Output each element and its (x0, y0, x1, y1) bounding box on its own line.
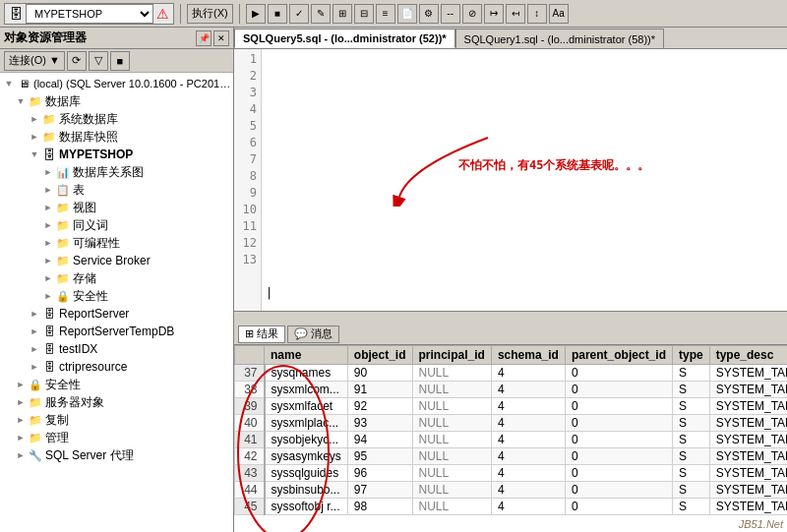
grid-icon[interactable]: ⊟ (354, 4, 374, 24)
expand-icon[interactable]: ► (14, 378, 28, 391)
replication-icon: 📁 (28, 412, 43, 428)
filter-icon[interactable]: Aa (549, 4, 569, 24)
expand-icon[interactable]: ► (41, 254, 55, 267)
table-cell: sysxmlplac... (265, 415, 348, 432)
watermark: JB51.Net (739, 518, 783, 530)
pin-button[interactable]: 📌 (196, 30, 212, 46)
settings-icon[interactable]: ⚙ (419, 4, 439, 24)
expand-icon[interactable]: ► (28, 342, 41, 356)
tab-query1[interactable]: SQLQuery1.sql - (lo...dministrator (58))… (455, 29, 664, 48)
text-icon[interactable]: ≡ (376, 4, 395, 24)
filter-tree-icon[interactable]: ▽ (89, 51, 108, 71)
table-cell: NULL (412, 415, 491, 432)
expand-icon[interactable]: ► (14, 448, 28, 462)
tree-item-reportservertempdb[interactable]: ► 🗄 ReportServerTempDB (0, 323, 233, 340)
database-selector[interactable]: MYPETSHOP (26, 4, 153, 24)
tree-item-servicebroker[interactable]: ► 📁 Service Broker (0, 252, 233, 269)
expand-icon[interactable]: ► (41, 236, 55, 250)
tree-item-views[interactable]: ► 📁 视图 (0, 199, 233, 216)
tree-item-local[interactable]: ▼ 🖥 (local) (SQL Server 10.0.1600 - PC20… (0, 75, 233, 92)
check-icon[interactable]: ✓ (289, 4, 309, 24)
tree-item-sysdb[interactable]: ► 📁 系统数据库 (0, 110, 233, 128)
indent-icon[interactable]: ↦ (484, 4, 504, 24)
results-table-wrap[interactable]: name object_id principal_id schema_id pa… (234, 345, 787, 532)
table-cell: syssoftobj r... (265, 499, 348, 515)
comment-icon[interactable]: -- (441, 4, 460, 24)
editor-scrollbar[interactable] (234, 311, 787, 321)
expand-icon[interactable]: ► (14, 431, 28, 444)
expand-icon[interactable]: ► (41, 218, 55, 232)
expand-icon[interactable]: ► (28, 112, 41, 126)
expand-icon[interactable]: ▼ (28, 148, 41, 161)
tree-item-security[interactable]: ► 🔒 安全性 (0, 376, 233, 393)
tree-item-mypetshop[interactable]: ▼ 🗄 MYPETSHOP (0, 146, 233, 163)
sort-icon[interactable]: ↕ (527, 4, 547, 24)
expand-icon[interactable]: ▼ (14, 94, 28, 108)
col-schemaid: schema_id (491, 346, 565, 365)
tree-item-dbsnap[interactable]: ► 📁 数据库快照 (0, 128, 233, 146)
results-tab-grid[interactable]: ⊞ 结果 (238, 325, 285, 343)
execute-button[interactable]: 执行(X) (187, 4, 233, 24)
uncomment-icon[interactable]: ⊘ (462, 4, 482, 24)
tree-item-server-objects[interactable]: ► 📁 服务器对象 (0, 393, 233, 411)
expand-icon[interactable]: ▼ (2, 77, 16, 90)
table-cell: S (672, 482, 709, 499)
file-icon[interactable]: 📄 (397, 4, 417, 24)
stop-tree-icon[interactable]: ■ (110, 51, 130, 71)
expand-icon[interactable]: ► (41, 183, 55, 197)
tree-item-ctripresource[interactable]: ► 🗄 ctripresource (0, 358, 233, 376)
sql-editor[interactable]: | select * from sys.objects where type_d… (262, 49, 787, 311)
parse-icon[interactable]: ✎ (311, 4, 331, 24)
results-icon[interactable]: ⊞ (333, 4, 352, 24)
tree-item-testidx[interactable]: ► 🗄 testIDX (0, 340, 233, 358)
tree-item-replication[interactable]: ► 📁 复制 (0, 411, 233, 429)
tree-item-management[interactable]: ► 📁 管理 (0, 429, 233, 446)
expand-icon[interactable]: ► (41, 165, 55, 179)
security-icon: 🔒 (28, 377, 43, 392)
panel-title: 对象资源管理器 (4, 30, 87, 46)
close-panel-button[interactable]: ✕ (213, 30, 229, 46)
tab-query5[interactable]: SQLQuery5.sql - (lo...dministrator (52))… (234, 29, 455, 48)
tree-item-security-db[interactable]: ► 🔒 安全性 (0, 287, 233, 305)
connect-button[interactable]: 连接(O) ▼ (4, 51, 65, 71)
tree-item-synonyms[interactable]: ► 📁 同义词 (0, 216, 233, 234)
table-row: 42sysasymkeys95NULL40SSYSTEM_TABLE (235, 448, 788, 465)
toolbar-separator-2 (239, 4, 240, 24)
db-icon: 🗄 (9, 6, 23, 22)
stop-icon[interactable]: ■ (268, 4, 287, 24)
table-cell: 93 (347, 415, 412, 432)
expand-icon[interactable]: ► (28, 360, 41, 374)
table-cell: 44 (235, 482, 265, 499)
tree-item-prog[interactable]: ► 📁 可编程性 (0, 234, 233, 252)
tree-item-sqlagent[interactable]: ► 🔧 SQL Server 代理 (0, 446, 233, 464)
main-area: 对象资源管理器 📌 ✕ 连接(O) ▼ ⟳ ▽ ■ ▼ 🖥 (local) (S… (0, 28, 787, 532)
table-cell: SYSTEM_TABLE (709, 499, 787, 515)
run-icon[interactable]: ▶ (246, 4, 266, 24)
table-cell: 40 (235, 415, 265, 432)
results-tab-messages[interactable]: 💬 消息 (287, 325, 339, 343)
tree-item-storage[interactable]: ► 📁 存储 (0, 269, 233, 287)
tree-item-databases[interactable]: ▼ 📁 数据库 (0, 92, 233, 110)
outdent-icon[interactable]: ↤ (506, 4, 525, 24)
expand-icon[interactable]: ► (14, 413, 28, 427)
table-row: 37sysqnames90NULL40SSYSTEM_TABLE (235, 365, 788, 382)
table-cell: syssqlguides (265, 465, 348, 482)
expand-icon[interactable]: ► (28, 325, 41, 338)
expand-icon[interactable]: ► (41, 289, 55, 303)
table-cell: sysasymkeys (265, 448, 348, 465)
expand-icon[interactable]: ► (41, 271, 55, 285)
server-icon: 🖥 (16, 76, 31, 91)
table-cell: 96 (347, 465, 412, 482)
tree-item-tables[interactable]: ► 📋 表 (0, 181, 233, 199)
table-cell: 4 (491, 465, 565, 482)
expand-icon[interactable]: ► (41, 201, 55, 214)
expand-icon[interactable]: ► (28, 307, 41, 321)
table-cell: 4 (491, 448, 565, 465)
table-cell: 92 (347, 398, 412, 415)
tree-item-dbdiagram[interactable]: ► 📊 数据库关系图 (0, 163, 233, 181)
tree-item-reportserver[interactable]: ► 🗄 ReportServer (0, 305, 233, 323)
expand-icon[interactable]: ► (28, 130, 41, 144)
refresh-icon[interactable]: ⟳ (67, 51, 87, 71)
panel-controls: 📌 ✕ (196, 30, 229, 46)
expand-icon[interactable]: ► (14, 395, 28, 409)
